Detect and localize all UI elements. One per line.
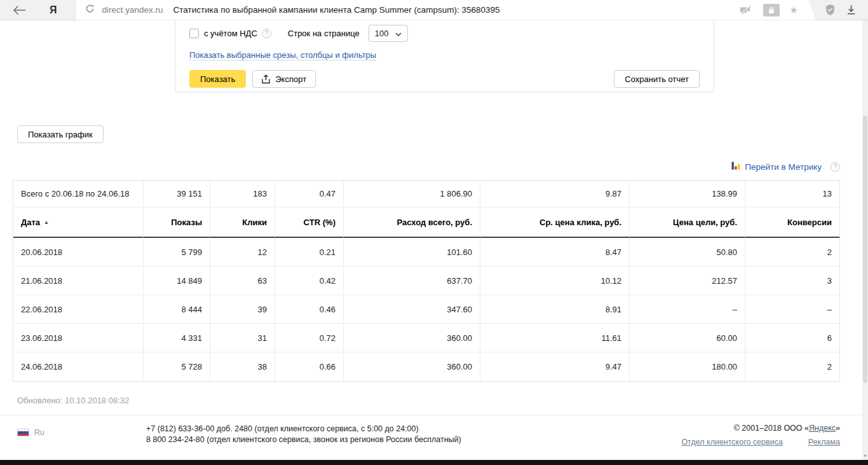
row-clicks-cell: 39 — [210, 295, 275, 324]
footer-right: © 2001–2018 ООО «Яндекс» Отдел клиентско… — [681, 424, 840, 447]
row-conversions-cell: – — [745, 295, 839, 324]
support-phones: +7 (812) 633-36-00 доб. 2480 (отдел клие… — [146, 424, 461, 445]
report-settings-panel: с учётом НДС ? Строк на странице 100 Пок… — [175, 20, 714, 92]
total-ctr: 0.47 — [275, 181, 344, 207]
bookmark-star-icon[interactable]: ★ — [790, 5, 798, 15]
support-phone-1: +7 (812) 633-36-00 доб. 2480 (отдел клие… — [146, 424, 461, 434]
row-conversions-cell: 3 — [745, 267, 839, 295]
row-impressions-cell: 4 331 — [144, 324, 210, 352]
total-goal-cost: 138.99 — [630, 181, 745, 207]
row-ctr-cell: 0.72 — [275, 324, 344, 352]
row-conversions-cell: 6 — [745, 324, 839, 352]
metrika-block: Перейти в Метрику ? — [731, 161, 840, 172]
column-header-avg-cpc[interactable]: Ср. цена клика, руб. — [480, 207, 630, 238]
copyright: © 2001–2018 ООО «Яндекс» — [681, 424, 840, 433]
bottom-edge-bar — [0, 460, 868, 465]
protect-shield-icon[interactable] — [825, 4, 836, 16]
stats-table: Всего с 20.06.18 по 24.06.18 39 151 183 … — [13, 180, 840, 382]
vat-checkbox[interactable] — [189, 29, 199, 38]
page-domain[interactable]: direct.yandex.ru — [102, 5, 163, 15]
row-cost-cell: 101.60 — [344, 238, 480, 267]
row-clicks-cell: 38 — [210, 352, 275, 381]
vat-label: с учётом НДС — [204, 29, 257, 38]
row-ctr-cell: 0.42 — [275, 267, 344, 295]
row-impressions-cell: 5 799 — [144, 238, 210, 267]
column-header-date[interactable]: Дата ▲ — [13, 207, 144, 238]
row-cost-cell: 347.60 — [344, 295, 480, 324]
row-cost-cell: 637.70 — [344, 267, 480, 295]
row-impressions-cell: 5 728 — [144, 352, 210, 381]
column-header-cost[interactable]: Расход всего, руб. — [344, 207, 480, 238]
footer-divider — [0, 415, 862, 415]
total-conversions: 13 — [745, 181, 839, 207]
chevron-down-icon — [395, 29, 402, 38]
row-goal-cost-cell: – — [630, 295, 745, 324]
row-goal-cost-cell: 60.00 — [630, 324, 745, 352]
row-ctr-cell: 0.66 — [275, 352, 344, 381]
row-avg-cpc-cell: 8.47 — [480, 238, 630, 267]
buttons-row: Показать Экспорт Сохранить отчет — [189, 70, 700, 88]
rows-per-page-value: 100 — [375, 29, 389, 38]
language-label: Ru — [34, 428, 44, 437]
show-slices-link[interactable]: Показать выбранные срезы, столбцы и филь… — [189, 50, 376, 60]
lock-icon[interactable] — [763, 4, 780, 17]
row-avg-cpc-cell: 9.47 — [480, 352, 630, 381]
address-bar[interactable]: direct.yandex.ru Статистика по выбранной… — [76, 0, 817, 20]
client-service-link[interactable]: Отдел клиентского сервиса — [681, 438, 782, 447]
row-date-cell: 24.06.2018 — [13, 352, 144, 381]
column-header-date-label: Дата — [21, 218, 40, 227]
yandex-browser-logo[interactable]: Я — [50, 4, 57, 16]
total-row-label: Всего с 20.06.18 по 24.06.18 — [13, 181, 144, 207]
scrollbar-down-arrow-icon[interactable]: ▼ — [862, 454, 868, 458]
go-to-metrika-link[interactable]: Перейти в Метрику — [745, 162, 822, 172]
support-phone-2: 8 800 234-24-80 (отдел клиентского серви… — [146, 434, 461, 445]
save-report-button[interactable]: Сохранить отчет — [614, 70, 700, 88]
column-header-impressions[interactable]: Показы — [144, 207, 210, 238]
row-ctr-cell: 0.46 — [275, 295, 344, 324]
total-clicks: 183 — [210, 181, 275, 207]
sort-asc-icon: ▲ — [44, 219, 49, 225]
row-date-cell: 21.06.2018 — [13, 267, 144, 295]
row-clicks-cell: 12 — [210, 238, 275, 267]
show-button[interactable]: Показать — [189, 70, 246, 88]
row-avg-cpc-cell: 11.61 — [480, 324, 630, 352]
scrollbar-thumb[interactable] — [863, 116, 867, 383]
export-button-label: Экспорт — [275, 74, 306, 84]
row-goal-cost-cell: 50.80 — [630, 238, 745, 267]
row-clicks-cell: 63 — [210, 267, 275, 295]
row-avg-cpc-cell: 8.91 — [480, 295, 630, 324]
column-header-ctr[interactable]: CTR (%) — [275, 207, 344, 238]
download-icon[interactable] — [846, 4, 857, 15]
language-switcher[interactable]: Ru — [17, 428, 44, 437]
row-conversions-cell: 2 — [745, 238, 839, 267]
column-header-conversions[interactable]: Конверсии — [745, 207, 839, 238]
column-header-clicks[interactable]: Клики — [210, 207, 275, 238]
camera-off-icon[interactable] — [740, 5, 752, 15]
row-date-cell: 22.06.2018 — [13, 295, 144, 324]
settings-row: с учётом НДС ? Строк на странице 100 — [189, 24, 700, 42]
row-goal-cost-cell: 212.57 — [630, 267, 745, 295]
vertical-scrollbar[interactable]: ▼ — [862, 20, 868, 460]
total-impressions: 39 151 — [144, 181, 210, 207]
row-conversions-cell: 2 — [745, 352, 839, 381]
export-button[interactable]: Экспорт — [252, 70, 316, 88]
row-goal-cost-cell: 180.00 — [630, 352, 745, 381]
rows-per-page-label: Строк на странице — [288, 29, 360, 38]
metrika-help-icon[interactable]: ? — [831, 162, 840, 172]
row-avg-cpc-cell: 10.12 — [480, 267, 630, 295]
vat-help-icon[interactable]: ? — [262, 29, 271, 38]
total-avg-cpc: 9.87 — [480, 181, 630, 207]
rows-per-page-select[interactable]: 100 — [369, 25, 408, 42]
yandex-link[interactable]: Яндекс — [809, 424, 836, 433]
column-header-goal-cost[interactable]: Цена цели, руб. — [630, 207, 745, 238]
total-cost: 1 806.90 — [344, 181, 480, 207]
advertising-link[interactable]: Реклама — [808, 438, 840, 447]
row-impressions-cell: 8 444 — [144, 295, 210, 324]
page-title: Статистика по выбранной кампании клиента… — [173, 5, 500, 15]
back-icon[interactable] — [13, 5, 27, 15]
show-chart-button[interactable]: Показать график — [17, 125, 104, 143]
copyright-suffix: » — [836, 424, 840, 433]
metrika-barchart-icon — [731, 161, 740, 172]
row-clicks-cell: 31 — [210, 324, 275, 352]
refresh-icon[interactable] — [85, 4, 95, 16]
